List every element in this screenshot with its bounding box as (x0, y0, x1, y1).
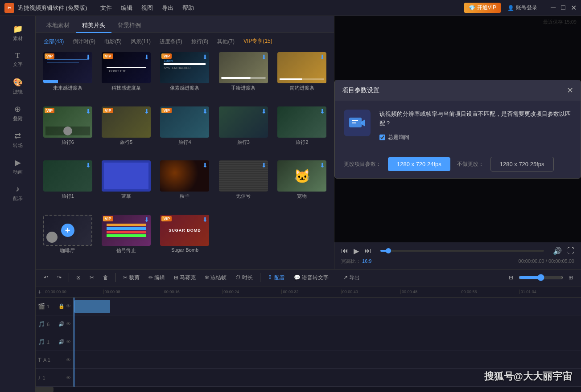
cat-all[interactable]: 全部(43) (40, 37, 67, 47)
menu-edit[interactable]: 编辑 (121, 4, 132, 12)
time-ruler: 00:00:00.00 00:00:08 00:00:16 00:00:24 0… (44, 290, 579, 294)
thumb-travel1[interactable]: ⬇ 旅行1 (40, 160, 95, 211)
freeze-button[interactable]: ❄ 冻结帧 (201, 272, 230, 283)
cut-button[interactable]: ✂ (86, 273, 98, 282)
thumb-tech-progress[interactable]: VIP ⬇ COMPLETE 科技感进度条 (99, 52, 153, 103)
split-button[interactable]: ✂ 裁剪 (119, 272, 143, 283)
sidebar-item-overlay[interactable]: ⊕ 叠附 (2, 101, 33, 125)
cat-scenery[interactable]: 风景(11) (127, 37, 154, 47)
export-button[interactable]: ↗ 导出 (340, 272, 363, 283)
zoom-slider[interactable] (519, 274, 563, 281)
thumb-hand-progress[interactable]: ⬇ 手绘进度条 (216, 52, 271, 103)
thumb-pixel-progress[interactable]: VIP ⬇ 100% SYSTEM HACKED 像素感进度条 (157, 52, 212, 103)
zoom-in-button[interactable]: ⊞ (565, 273, 577, 282)
cat-other[interactable]: 其他(7) (214, 37, 238, 47)
menu-export[interactable]: 导出 (162, 4, 173, 12)
cat-countdown[interactable]: 倒计时(9) (69, 37, 99, 47)
login-button[interactable]: 👤 账号登录 (507, 4, 537, 12)
sidebar-item-animation[interactable]: ▶ 动画 (2, 154, 33, 179)
progress-handle[interactable] (386, 248, 391, 253)
thumb-particle[interactable]: ⬇ 粒子 (157, 160, 212, 211)
media-panel: 本地素材 精美片头 背景样例 全部(43) 倒计时(9) 电影(5) 风景(11… (36, 16, 334, 269)
track-eye-button[interactable]: 👁 (66, 303, 71, 309)
always-ask-label[interactable]: 总是询问 (388, 134, 409, 141)
redo-button[interactable]: ↷ (54, 273, 65, 282)
zoom-out-button[interactable]: ⊟ (505, 273, 517, 282)
playback-controls: ⏮ ▶ ⏭ 🔊 ⛶ (341, 247, 574, 255)
no-change-button[interactable]: 1280 x 720 25fps (490, 157, 554, 172)
left-sidebar: 📁 素材 T 文字 🎨 滤镜 ⊕ 叠附 ⇄ 转场 ▶ 动画 ♪ 配乐 (0, 16, 36, 392)
track-mute2-button[interactable]: 🔊 (58, 339, 65, 345)
timeline-cursor[interactable] (74, 298, 74, 387)
sidebar-item-music[interactable]: ♪ 配乐 (2, 181, 33, 205)
toolbar-separator-4 (336, 273, 336, 282)
fullscreen-button[interactable]: ⛶ (567, 247, 574, 255)
dialog-message: 该视频的分辨率或帧率与当前项目设置不匹配，是否需要更改项目参数以匹配？ (379, 110, 572, 128)
undo-button[interactable]: ↶ (40, 273, 52, 282)
play-button[interactable]: ▶ (354, 247, 359, 255)
track-control-audio2: 🔊 👁 (58, 339, 71, 345)
delete-icon: 🗑 (103, 274, 108, 281)
sidebar-item-text[interactable]: T 文字 (2, 47, 33, 72)
edit-button[interactable]: ✏ 编辑 (145, 272, 169, 283)
tab-background[interactable]: 背景样例 (111, 19, 147, 33)
minimize-button[interactable]: ─ (551, 4, 556, 12)
menu-view[interactable]: 视图 (141, 4, 153, 12)
thumb-travel3[interactable]: ⬇ 旅行3 (216, 106, 271, 157)
sidebar-item-material[interactable]: 📁 素材 (2, 20, 33, 45)
track-eye3-button[interactable]: 👁 (66, 339, 71, 345)
change-params-button[interactable]: 1280 x 720 24fps (388, 157, 450, 171)
menu-file[interactable]: 文件 (100, 4, 112, 12)
cat-travel[interactable]: 旅行(6) (188, 37, 212, 47)
track-eye5-button[interactable]: 👁 (66, 375, 71, 380)
sidebar-label-music: 配乐 (13, 195, 23, 202)
thumb-travel5[interactable]: VIP ⬇ 旅行5 (99, 106, 153, 157)
tab-local[interactable]: 本地素材 (40, 19, 76, 33)
audio2-track-icon: 🎵 (38, 339, 45, 345)
add-track-button[interactable]: + (38, 288, 41, 295)
track-eye4-button[interactable]: 👁 (66, 357, 71, 363)
thumb-blue-screen[interactable]: ⬇ 蓝幕 (99, 160, 153, 211)
delete-button[interactable]: 🗑 (99, 273, 112, 282)
vip-button[interactable]: 💎 开通VIP (464, 3, 501, 13)
duration-icon: ⏱ (235, 274, 241, 281)
duration-button[interactable]: ⏱ 时长 (232, 272, 256, 283)
thumb-cafe[interactable]: + 咖啡厅 (40, 215, 95, 265)
next-frame-button[interactable]: ⏭ (364, 247, 371, 255)
always-ask-checkbox[interactable] (379, 135, 385, 140)
track-eye2-button[interactable]: 👁 (66, 321, 71, 327)
track-mute-button[interactable]: 🔊 (58, 321, 65, 327)
speech-button[interactable]: 💬 语音转文字 (290, 272, 332, 283)
mosaic-button[interactable]: ⊞ 马赛克 (170, 272, 199, 283)
thumb-travel6[interactable]: VIP ⬇ 旅行6 (40, 106, 95, 157)
thumb-travel4[interactable]: VIP ⬇ 旅行4 (157, 106, 212, 157)
thumb-nosignal[interactable]: ⬇ 无信号 (216, 160, 271, 211)
download-icon: ⬇ (320, 53, 325, 61)
timeline-scroll-thumb[interactable] (36, 387, 54, 392)
timeline-scrollbar[interactable] (36, 387, 581, 392)
sidebar-item-transition[interactable]: ⇄ 转场 (2, 127, 33, 152)
cat-movie[interactable]: 电影(5) (101, 37, 125, 47)
thumb-signal-end[interactable]: VIP ⬇ 信号终止 (99, 215, 153, 265)
preview-progress-bar[interactable] (380, 250, 544, 252)
menu-help[interactable]: 帮助 (182, 4, 194, 12)
record-button[interactable]: 🎙 配音 (264, 272, 288, 283)
crop-tool[interactable]: ⊠ (73, 273, 84, 282)
dialog-close-button[interactable]: ✕ (567, 86, 573, 95)
sidebar-item-filter[interactable]: 🎨 滤镜 (2, 74, 33, 98)
video-clip[interactable] (74, 300, 110, 313)
close-button[interactable]: ✕ (571, 4, 577, 12)
prev-frame-button[interactable]: ⏮ (341, 247, 348, 255)
cat-progress[interactable]: 进度条(5) (156, 37, 186, 47)
track-lock-button[interactable]: 🔒 (58, 303, 65, 309)
thumb-pet[interactable]: ⬇ 🐱 宠物 (275, 160, 330, 211)
thumb-future-progress[interactable]: VIP ⬇ 未来感进度条 (40, 52, 95, 103)
maximize-button[interactable]: □ (561, 4, 565, 12)
thumb-simple-progress[interactable]: ⬇ 简约进度条 (275, 52, 330, 103)
volume-button[interactable]: 🔊 (553, 247, 562, 255)
tab-featured[interactable]: 精美片头 (76, 19, 111, 33)
track-label-text: T A 1 👁 (36, 351, 73, 369)
user-icon: 👤 (507, 5, 514, 11)
thumb-sugar-bomb[interactable]: VIP ⬇ SUGAR BOMB Sugar Bomb (157, 215, 212, 265)
thumb-travel2[interactable]: ⬇ 旅行2 (275, 106, 330, 157)
